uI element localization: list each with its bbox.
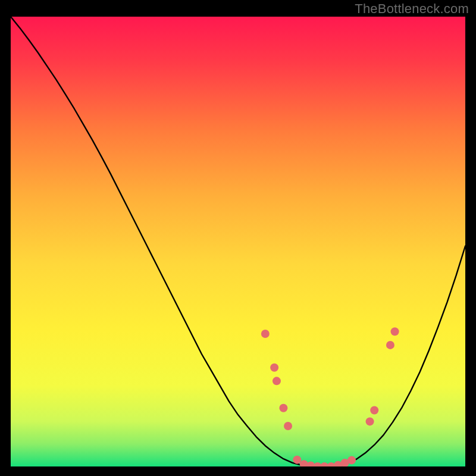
curve-marker <box>347 456 356 464</box>
curve-marker <box>370 406 378 415</box>
watermark-text: TheBottleneck.com <box>355 1 469 17</box>
chart-svg <box>11 17 465 466</box>
chart-plot <box>11 17 465 466</box>
curve-marker <box>391 327 399 336</box>
chart-background <box>11 17 465 466</box>
curve-marker <box>279 404 287 412</box>
curve-marker <box>366 417 374 425</box>
curve-marker <box>261 330 270 338</box>
curve-marker <box>284 422 292 430</box>
curve-marker <box>270 364 278 372</box>
curve-marker <box>273 377 281 385</box>
curve-marker <box>386 341 394 349</box>
curve-marker <box>293 456 301 464</box>
chart-frame: TheBottleneck.com <box>0 0 476 476</box>
